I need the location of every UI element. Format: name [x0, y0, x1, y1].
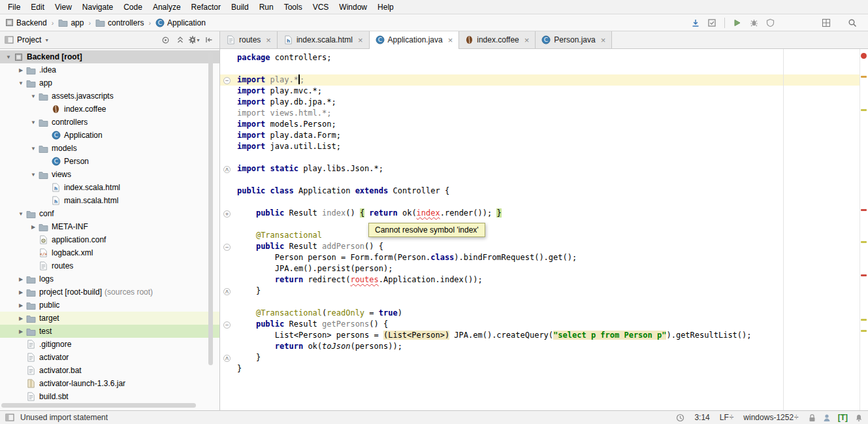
close-icon[interactable]: × — [601, 36, 606, 44]
code-line[interactable] — [220, 152, 868, 163]
code-line[interactable]: import play.db.jpa.*; — [220, 97, 868, 108]
code-editor[interactable]: package controllers;−import play.*;impor… — [220, 49, 868, 410]
code-line[interactable]: ʌ } — [220, 352, 868, 363]
code-line[interactable]: package controllers; — [220, 52, 868, 63]
breadcrumb-backend[interactable]: Backend — [5, 18, 47, 27]
code-line[interactable] — [220, 63, 868, 74]
expand-arrow[interactable]: ▼ — [29, 93, 38, 99]
menu-code[interactable]: Code — [118, 1, 148, 14]
expand-arrow[interactable]: ▼ — [16, 211, 25, 217]
tree-item-target[interactable]: ▶target — [0, 312, 219, 325]
stripe-mark[interactable] — [861, 274, 867, 276]
tree-item-main.scala.html[interactable]: hmain.scala.html — [0, 194, 219, 207]
stripe-mark[interactable] — [861, 109, 867, 111]
tree-item-application.conf[interactable]: application.conf — [0, 233, 219, 246]
code-line[interactable]: return redirect(routes.Application.index… — [220, 274, 868, 285]
tree-item-project-[root-build][interactable]: ▶project [root-build](sources root) — [0, 285, 219, 299]
locate-icon[interactable] — [159, 34, 172, 46]
debug-icon[interactable] — [747, 16, 760, 29]
stripe-mark[interactable] — [861, 241, 867, 243]
expand-arrow[interactable]: ▶ — [16, 302, 25, 308]
close-icon[interactable]: × — [358, 36, 363, 44]
tree-item-index.coffee[interactable]: index.coffee — [0, 103, 219, 116]
project-scrollbar-horizontal[interactable] — [1, 403, 196, 408]
tree-item-logback.xml[interactable]: </>logback.xml — [0, 246, 219, 259]
tree-item-models[interactable]: ▼models — [0, 142, 219, 155]
tree-item-index.scala.html[interactable]: hindex.scala.html — [0, 181, 219, 194]
code-line[interactable] — [220, 197, 868, 208]
code-line[interactable]: import play.data.Form; — [220, 130, 868, 141]
expand-arrow[interactable]: ▼ — [4, 54, 13, 60]
bell-icon[interactable] — [855, 414, 863, 422]
code-line[interactable]: Person person = Form.form(Person.class).… — [220, 252, 868, 263]
fold-end-icon[interactable]: ʌ — [223, 288, 231, 295]
expand-arrow[interactable]: ▶ — [16, 67, 25, 73]
hide-panel-icon[interactable] — [202, 34, 215, 46]
code-line[interactable]: import play.mvc.*; — [220, 86, 868, 97]
code-line[interactable]: − public Result addPerson() { — [220, 241, 868, 252]
close-icon[interactable]: × — [266, 36, 271, 44]
expand-arrow[interactable]: ▶ — [29, 224, 38, 230]
tree-item-views[interactable]: ▼views — [0, 168, 219, 181]
line-separator-widget[interactable]: LF÷ — [720, 413, 734, 422]
expand-arrow[interactable]: ▶ — [16, 276, 25, 282]
project-scrollbar-vertical[interactable] — [208, 52, 213, 365]
fold-plus-icon[interactable]: + — [223, 210, 231, 218]
expand-arrow[interactable]: ▶ — [16, 289, 25, 295]
breadcrumb-controllers[interactable]: controllers — [95, 18, 144, 27]
expand-arrow[interactable]: ▶ — [16, 316, 25, 321]
code-line[interactable]: } — [220, 363, 868, 374]
close-icon[interactable]: × — [524, 36, 530, 44]
vcs-update-icon[interactable] — [689, 16, 702, 29]
stripe-mark[interactable] — [861, 319, 867, 321]
project-panel-title[interactable]: Project — [17, 35, 41, 44]
tree-item-assets.javascripts[interactable]: ▼assets.javascripts — [0, 90, 219, 103]
tree-item-public[interactable]: ▶public — [0, 299, 219, 312]
fold-minus-icon[interactable]: − — [223, 77, 231, 84]
tree-item-controllers[interactable]: ▼controllers — [0, 116, 219, 129]
menu-run[interactable]: Run — [254, 1, 279, 14]
tree-item-logs[interactable]: ▶logs — [0, 272, 219, 285]
code-line[interactable]: −import play.*; — [220, 74, 868, 86]
menu-edit[interactable]: Edit — [25, 1, 50, 14]
code-line[interactable]: import models.Person; — [220, 119, 868, 130]
close-icon[interactable]: × — [448, 36, 453, 44]
menu-build[interactable]: Build — [226, 1, 254, 14]
tree-item-activator-launch-1.3.6.jar[interactable]: activator-launch-1.3.6.jar — [0, 377, 219, 390]
tab-routes[interactable]: routes× — [220, 31, 278, 48]
toolwindow-toggle-icon[interactable] — [5, 414, 14, 421]
run-icon[interactable] — [731, 16, 744, 29]
tree-item-routes[interactable]: routes — [0, 259, 219, 272]
tree-item-person[interactable]: CPerson — [0, 155, 219, 168]
menu-view[interactable]: View — [50, 1, 77, 14]
menu-analyze[interactable]: Analyze — [148, 1, 186, 14]
caret-position-widget[interactable]: 3:14 — [694, 413, 709, 422]
tab-application.java[interactable]: CApplication.java× — [370, 31, 460, 48]
code-line[interactable]: return ok(toJson(persons)); — [220, 341, 868, 352]
fold-end-icon[interactable]: ʌ — [223, 166, 231, 173]
fold-minus-icon[interactable]: − — [223, 244, 231, 251]
stripe-mark[interactable] — [861, 209, 867, 211]
inspector-icon[interactable] — [823, 414, 831, 422]
tree-item-.gitignore[interactable]: .gitignore — [0, 338, 219, 351]
encoding-widget[interactable]: windows-1252÷ — [743, 413, 798, 422]
coverage-icon[interactable] — [764, 16, 777, 29]
expand-arrow[interactable]: ▼ — [29, 146, 38, 152]
code-line[interactable]: List<Person> persons = (List<Person>) JP… — [220, 330, 868, 341]
tab-index.scala.html[interactable]: hindex.scala.html× — [278, 31, 370, 48]
vcs-commit-icon[interactable] — [705, 16, 718, 29]
search-icon[interactable] — [846, 16, 859, 29]
code-line[interactable]: @Transactional — [220, 230, 868, 241]
event-log-icon[interactable] — [676, 414, 684, 422]
code-line[interactable]: JPA.em().persist(person); — [220, 263, 868, 274]
tree-item-activator[interactable]: activator — [0, 351, 219, 364]
expand-arrow[interactable]: ▼ — [29, 120, 38, 125]
collapse-all-icon[interactable] — [174, 34, 186, 46]
menu-refactor[interactable]: Refactor — [186, 1, 226, 14]
code-line[interactable]: import java.util.List; — [220, 141, 868, 152]
tree-item-activator.bat[interactable]: activator.bat — [0, 364, 219, 377]
breadcrumb-application[interactable]: CApplication — [155, 18, 206, 27]
code-line[interactable]: ʌimport static play.libs.Json.*; — [220, 163, 868, 174]
menu-window[interactable]: Window — [334, 1, 372, 14]
tree-item-test[interactable]: ▶test — [0, 325, 219, 338]
